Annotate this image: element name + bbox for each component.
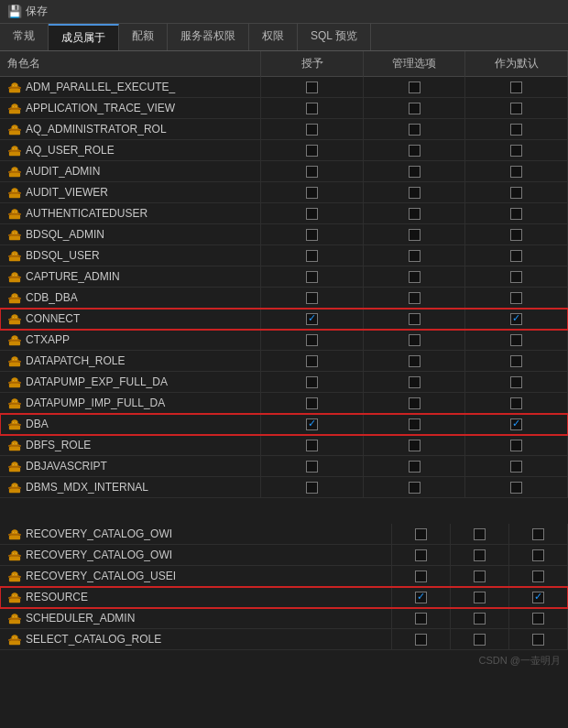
checkbox[interactable]	[510, 461, 522, 473]
checkbox[interactable]	[510, 334, 522, 346]
grant-cell[interactable]	[261, 372, 364, 393]
default-cell[interactable]	[509, 566, 568, 587]
checkbox[interactable]	[306, 418, 318, 430]
checkbox[interactable]	[409, 418, 421, 430]
checkbox[interactable]	[306, 187, 318, 199]
checkbox[interactable]	[409, 482, 421, 494]
default-cell[interactable]	[465, 351, 568, 372]
admin-cell[interactable]	[363, 140, 465, 161]
grant-cell[interactable]	[261, 203, 364, 224]
default-cell[interactable]	[465, 161, 568, 182]
checkbox[interactable]	[510, 103, 522, 114]
checkbox[interactable]	[306, 334, 318, 346]
grant-cell[interactable]	[261, 161, 364, 182]
checkbox[interactable]	[415, 634, 427, 646]
checkbox[interactable]	[510, 313, 522, 325]
admin-cell[interactable]	[451, 524, 509, 545]
checkbox[interactable]	[306, 440, 318, 451]
admin-cell[interactable]	[451, 545, 509, 566]
grant-cell[interactable]	[261, 245, 364, 266]
checkbox[interactable]	[532, 549, 544, 561]
checkbox[interactable]	[510, 81, 522, 93]
admin-cell[interactable]	[363, 435, 465, 456]
checkbox[interactable]	[474, 634, 486, 646]
checkbox[interactable]	[532, 613, 544, 625]
default-cell[interactable]	[465, 98, 568, 119]
checkbox[interactable]	[306, 103, 318, 114]
admin-cell[interactable]	[363, 98, 465, 119]
checkbox[interactable]	[409, 103, 421, 114]
default-cell[interactable]	[465, 435, 568, 456]
table-row[interactable]: AUTHENTICATEDUSER	[0, 203, 568, 224]
default-cell[interactable]	[465, 372, 568, 393]
default-cell[interactable]	[465, 393, 568, 414]
table-row[interactable]: DBA	[0, 414, 568, 435]
admin-cell[interactable]	[451, 629, 509, 650]
table-row[interactable]: DATAPATCH_ROLE	[0, 351, 568, 372]
checkbox[interactable]	[409, 271, 421, 283]
default-cell[interactable]	[465, 288, 568, 309]
default-cell[interactable]	[465, 77, 568, 98]
table-row[interactable]: CTXAPP	[0, 330, 568, 351]
table-row[interactable]: ADM_PARALLEL_EXECUTE_	[0, 77, 568, 98]
table-row[interactable]: BDSQL_USER	[0, 245, 568, 266]
admin-cell[interactable]	[451, 566, 509, 587]
checkbox[interactable]	[306, 376, 318, 388]
checkbox[interactable]	[415, 613, 427, 625]
grant-cell[interactable]	[261, 309, 364, 330]
default-cell[interactable]	[465, 119, 568, 140]
grant-cell[interactable]	[261, 224, 364, 245]
grant-cell[interactable]	[261, 266, 364, 288]
admin-cell[interactable]	[451, 587, 509, 608]
checkbox[interactable]	[532, 570, 544, 582]
grant-cell[interactable]	[261, 477, 364, 498]
admin-cell[interactable]	[363, 351, 465, 372]
checkbox[interactable]	[409, 440, 421, 451]
table-row[interactable]: CDB_DBA	[0, 288, 568, 309]
grant-cell[interactable]	[261, 182, 364, 203]
default-cell[interactable]	[465, 309, 568, 330]
default-cell[interactable]	[465, 477, 568, 498]
table-row[interactable]: BDSQL_ADMIN	[0, 224, 568, 245]
checkbox[interactable]	[510, 271, 522, 283]
checkbox[interactable]	[510, 376, 522, 388]
checkbox[interactable]	[474, 592, 486, 603]
checkbox[interactable]	[510, 145, 522, 157]
table-row[interactable]: DATAPUMP_IMP_FULL_DA	[0, 393, 568, 414]
checkbox[interactable]	[409, 461, 421, 473]
default-cell[interactable]	[509, 545, 568, 566]
grant-cell[interactable]	[261, 351, 364, 372]
admin-cell[interactable]	[363, 119, 465, 140]
table-row[interactable]: RECOVERY_CATALOG_OWI	[0, 524, 568, 545]
checkbox[interactable]	[510, 292, 522, 304]
checkbox[interactable]	[306, 461, 318, 473]
default-cell[interactable]	[465, 330, 568, 351]
checkbox[interactable]	[409, 376, 421, 388]
table-row[interactable]: AUDIT_VIEWER	[0, 182, 568, 203]
admin-cell[interactable]	[363, 224, 465, 245]
checkbox[interactable]	[510, 229, 522, 241]
checkbox[interactable]	[415, 592, 427, 603]
admin-cell[interactable]	[363, 330, 465, 351]
checkbox[interactable]	[474, 549, 486, 561]
admin-cell[interactable]	[363, 77, 465, 98]
grant-cell[interactable]	[261, 456, 364, 477]
grant-cell[interactable]	[392, 566, 451, 587]
checkbox[interactable]	[510, 250, 522, 262]
checkbox[interactable]	[306, 229, 318, 241]
checkbox[interactable]	[532, 528, 544, 540]
checkbox[interactable]	[409, 292, 421, 304]
table-row[interactable]: SCHEDULER_ADMIN	[0, 608, 568, 629]
checkbox[interactable]	[510, 397, 522, 409]
grant-cell[interactable]	[261, 98, 364, 119]
checkbox[interactable]	[510, 124, 522, 136]
grant-cell[interactable]	[261, 414, 364, 435]
default-cell[interactable]	[509, 629, 568, 650]
default-cell[interactable]	[509, 587, 568, 608]
grant-cell[interactable]	[261, 119, 364, 140]
checkbox[interactable]	[306, 271, 318, 283]
checkbox[interactable]	[474, 570, 486, 582]
table-row[interactable]: SELECT_CATALOG_ROLE	[0, 629, 568, 650]
tab-priv[interactable]: 权限	[249, 24, 298, 50]
checkbox[interactable]	[409, 81, 421, 93]
